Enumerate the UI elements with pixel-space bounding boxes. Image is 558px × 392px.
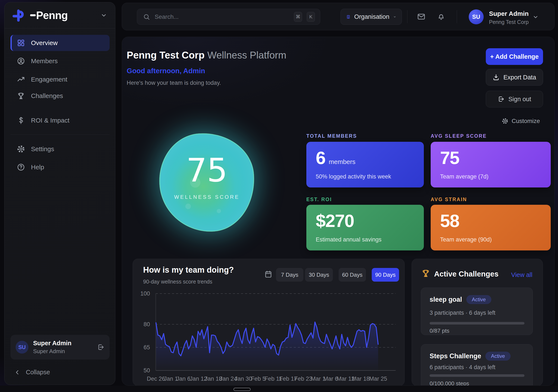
collapse-button[interactable]: Collapse [14,369,50,376]
progress-bar [430,322,524,324]
status-badge: Active [485,352,510,361]
chevron-down-icon[interactable] [532,14,539,20]
add-challenge-button[interactable]: + Add Challenge [486,48,543,65]
stat-card-total-members: 6 members 50% logged activity this week [306,142,424,187]
chevron-down-icon[interactable] [101,12,107,18]
grid-icon [17,39,25,47]
stat-suffix: members [329,158,356,165]
user-role: Super Admin [33,348,71,355]
avatar[interactable]: SU [469,9,484,24]
chevron-left-icon [14,369,20,375]
dollar-icon [17,116,25,125]
sidebar-item-help[interactable]: Help [10,159,110,175]
chart-subtitle: 90-day wellness score trends [143,279,212,285]
status-badge: Active [466,295,491,304]
user-name: Super Admin [33,340,71,347]
svg-text:65: 65 [144,344,150,350]
range-90-days[interactable]: 90 Days [372,268,399,282]
stat-label-total-members: TOTAL MEMBERS [306,133,357,139]
sidebar-item-engagement[interactable]: Engagement [10,71,110,87]
sidebar-item-settings[interactable]: Settings [10,141,110,157]
mail-icon[interactable] [417,12,426,21]
help-circle-icon [17,163,25,171]
export-data-label: Export Data [503,74,536,81]
range-7-days[interactable]: 7 Days [276,268,303,282]
stat-caption: Team average (90d) [440,236,492,243]
sidebar-item-label: Overview [31,39,58,47]
sidebar-item-label: Engagement [31,76,67,83]
chevron-down-icon [393,14,396,19]
topbar: ⌘ K Organisation SU Super Admin Penng Te… [122,3,555,30]
view-all-link[interactable]: View all [511,271,532,278]
sign-out-button[interactable]: Sign out [486,91,543,107]
progress-label: 0/87 pts [430,328,449,334]
challenge-name: sleep goal [430,296,462,303]
page-title-suffix: Wellness Platform [207,50,286,61]
calendar-icon [264,270,272,278]
bottom-strip [0,386,558,392]
progress-bar [430,374,524,377]
range-30-days[interactable]: 30 Days [305,268,333,282]
gear-icon [502,118,508,124]
greeting-subtitle: Here's how your team is doing today. [127,80,221,86]
sidebar-item-label: Help [31,163,44,171]
sidebar-item-roi[interactable]: ROI & Impact [10,112,110,128]
sidebar-user-card[interactable]: SU Super Admin Super Admin [10,335,110,359]
organisation-dropdown[interactable]: Organisation [340,9,402,25]
customize-button[interactable]: Customize [502,118,540,125]
wellness-score-value: 75 [159,151,254,189]
chart-title: How is my team doing? [143,265,234,275]
stat-label-avg-sleep: AVG SLEEP SCORE [431,133,487,139]
blob-bubble [217,209,221,213]
sidebar-item-overview[interactable]: Overview [10,35,110,51]
sign-out-label: Sign out [508,96,531,103]
challenges-title: Active Challenges [434,270,499,278]
sidebar-item-label: Members [31,57,58,65]
svg-text:Jan 30: Jan 30 [235,375,252,382]
main-content: Penng Test Corp Wellness Platform Good a… [122,37,555,386]
sidebar-item-members[interactable]: Members [10,53,110,69]
topbar-user[interactable]: Super Admin Penng Test Corp [489,10,529,25]
stat-card-avg-sleep: 75 Team average (7d) [431,142,551,187]
home-indicator[interactable] [234,388,251,391]
topbar-divider [407,10,407,23]
stat-value: 6 [316,149,325,167]
challenge-meta: 3 participants · 6 days left [430,310,495,316]
svg-text:Feb 5: Feb 5 [251,375,266,382]
sidebar-item-label: ROI & Impact [31,117,70,124]
blob-bubble [185,204,191,209]
topbar-divider [457,10,457,23]
page-title-org: Penng Test Corp [127,50,205,61]
svg-text:Jan 1: Jan 1 [164,375,178,382]
challenge-card-sleep-goal[interactable]: sleep goal Active 3 participants · 6 day… [421,288,533,335]
stat-card-est-roi: $270 Estimated annual savings [306,205,424,250]
svg-text:Jan 18: Jan 18 [205,375,222,382]
trophy-icon [17,92,25,100]
search-input[interactable] [155,13,289,20]
search-box[interactable]: ⌘ K [137,9,320,25]
stat-card-avg-strain: 58 Team average (90d) [431,205,551,250]
challenge-name: Steps Challenge [430,352,481,360]
bell-icon[interactable] [437,12,445,21]
svg-text:Feb 23: Feb 23 [294,375,312,382]
stat-label-avg-strain: AVG STRAIN [431,197,467,202]
challenge-card-steps[interactable]: Steps Challenge Active 6 participants · … [421,344,533,386]
sidebar-item-challenges[interactable]: Challenges [10,88,110,104]
sidebar: Penng Overview Members Engagement Challe… [4,2,115,385]
building-icon [346,13,350,20]
greeting: Good afternoon, Admin [127,67,205,75]
range-60-days[interactable]: 60 Days [339,268,366,282]
brand-name: Penng [36,9,68,22]
search-icon [143,13,150,20]
logout-icon[interactable] [97,343,105,351]
trend-up-icon [17,75,25,84]
trophy-icon [421,269,430,278]
team-trend-card: How is my team doing? 90-day wellness sc… [133,259,405,386]
svg-text:Jan 12: Jan 12 [190,375,207,382]
logo-dash [30,14,36,16]
stat-value: 58 [440,213,459,230]
sidebar-divider [10,135,110,135]
page-title: Penng Test Corp Wellness Platform [127,49,286,61]
svg-text:50: 50 [144,367,150,374]
export-data-button[interactable]: Export Data [486,69,543,86]
